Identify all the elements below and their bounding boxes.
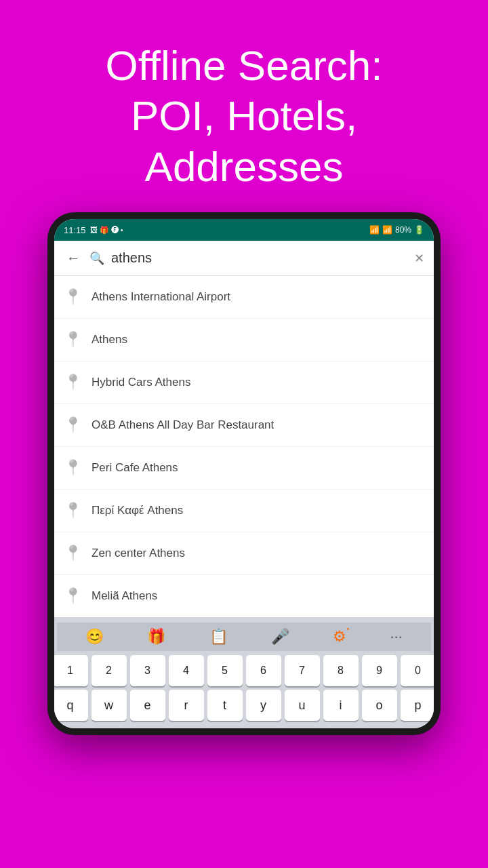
search-bar[interactable]: ← 🔍 athens ✕	[54, 241, 434, 276]
list-item[interactable]: 📍 Athens International Airport	[54, 276, 434, 319]
results-list: 📍 Athens International Airport 📍 Athens …	[54, 276, 434, 617]
result-label: Meliã Athens	[92, 589, 157, 603]
result-label: Hybrid Cars Athens	[92, 376, 190, 389]
emoji-key[interactable]: 😊	[85, 628, 104, 646]
settings-key[interactable]: ⚙	[333, 628, 346, 646]
key-1[interactable]: 1	[54, 655, 88, 686]
key-2[interactable]: 2	[92, 655, 127, 686]
pin-icon: 📍	[64, 502, 82, 519]
list-item[interactable]: 📍 Peri Cafe Athens	[54, 447, 434, 490]
key-y[interactable]: y	[246, 690, 281, 721]
sticker-key[interactable]: 🎁	[147, 628, 165, 646]
key-e[interactable]: e	[130, 690, 165, 721]
status-time: 11:15	[64, 225, 86, 235]
result-label: Zen center Athens	[92, 547, 185, 560]
result-label: Peri Cafe Athens	[92, 461, 178, 475]
clear-button[interactable]: ✕	[414, 251, 424, 266]
result-label: Athens International Airport	[92, 290, 230, 304]
key-7[interactable]: 7	[285, 655, 320, 686]
notification-icons: 🖼 🎁 🅕 •	[90, 226, 123, 235]
key-r[interactable]: r	[169, 690, 204, 721]
search-query[interactable]: athens	[111, 250, 407, 266]
key-8[interactable]: 8	[323, 655, 359, 686]
list-item[interactable]: 📍 Athens	[54, 319, 434, 361]
pin-icon: 📍	[64, 416, 82, 434]
list-item[interactable]: 📍 O&B Athens All Day Bar Restaurant	[54, 404, 434, 447]
key-p[interactable]: p	[401, 690, 434, 721]
key-5[interactable]: 5	[207, 655, 243, 686]
keyboard: 😊 🎁 📋 🎤 ⚙ ··· 1 2 3 4 5 6 7 8	[54, 617, 434, 728]
list-item[interactable]: 📍 Hybrid Cars Athens	[54, 361, 434, 404]
key-6[interactable]: 6	[246, 655, 281, 686]
status-bar: 11:15 🖼 🎁 🅕 • 📶 📶 80% 🔋	[54, 219, 434, 241]
pin-icon: 📍	[64, 459, 82, 477]
signal-icon: 📶	[382, 225, 392, 235]
result-label: O&B Athens All Day Bar Restaurant	[92, 418, 274, 432]
list-item[interactable]: 📍 Περί Καφέ Athens	[54, 490, 434, 532]
key-9[interactable]: 9	[362, 655, 397, 686]
battery-icon: 🔋	[414, 225, 424, 235]
pin-icon: 📍	[64, 374, 82, 391]
pin-icon: 📍	[64, 587, 82, 605]
key-w[interactable]: w	[92, 690, 127, 721]
phone-screen: 11:15 🖼 🎁 🅕 • 📶 📶 80% 🔋 ← 🔍 athens ✕	[54, 219, 434, 728]
more-key[interactable]: ···	[390, 628, 402, 646]
pin-icon: 📍	[64, 331, 82, 349]
number-row: 1 2 3 4 5 6 7 8 9 0	[57, 655, 431, 686]
pin-icon: 📍	[64, 545, 82, 562]
list-item[interactable]: 📍 Meliã Athens	[54, 575, 434, 617]
mic-key[interactable]: 🎤	[271, 628, 289, 646]
key-3[interactable]: 3	[130, 655, 165, 686]
key-4[interactable]: 4	[169, 655, 204, 686]
page-background: Offline Search: POI, Hotels, Addresses 1…	[0, 0, 488, 735]
battery-text: 80%	[395, 225, 411, 235]
keyboard-toolbar: 😊 🎁 📋 🎤 ⚙ ···	[57, 623, 431, 651]
key-i[interactable]: i	[323, 690, 359, 721]
key-0[interactable]: 0	[401, 655, 434, 686]
pin-icon: 📍	[64, 288, 82, 306]
key-q[interactable]: q	[54, 690, 88, 721]
status-right: 📶 📶 80% 🔋	[369, 225, 424, 235]
key-u[interactable]: u	[285, 690, 320, 721]
wifi-icon: 📶	[369, 225, 380, 235]
list-item[interactable]: 📍 Zen center Athens	[54, 532, 434, 575]
phone-frame: 11:15 🖼 🎁 🅕 • 📶 📶 80% 🔋 ← 🔍 athens ✕	[47, 212, 441, 735]
page-header: Offline Search: POI, Hotels, Addresses	[0, 0, 488, 212]
page-title: Offline Search: POI, Hotels, Addresses	[27, 41, 461, 192]
result-label: Περί Καφέ Athens	[92, 504, 183, 517]
result-label: Athens	[92, 333, 127, 347]
clipboard-key[interactable]: 📋	[209, 628, 228, 646]
qwerty-row: q w e r t y u i o p	[57, 690, 431, 721]
key-t[interactable]: t	[207, 690, 243, 721]
back-button[interactable]: ←	[64, 248, 83, 269]
search-icon: 🔍	[89, 251, 104, 266]
status-left: 11:15 🖼 🎁 🅕 •	[64, 225, 123, 235]
key-o[interactable]: o	[362, 690, 397, 721]
